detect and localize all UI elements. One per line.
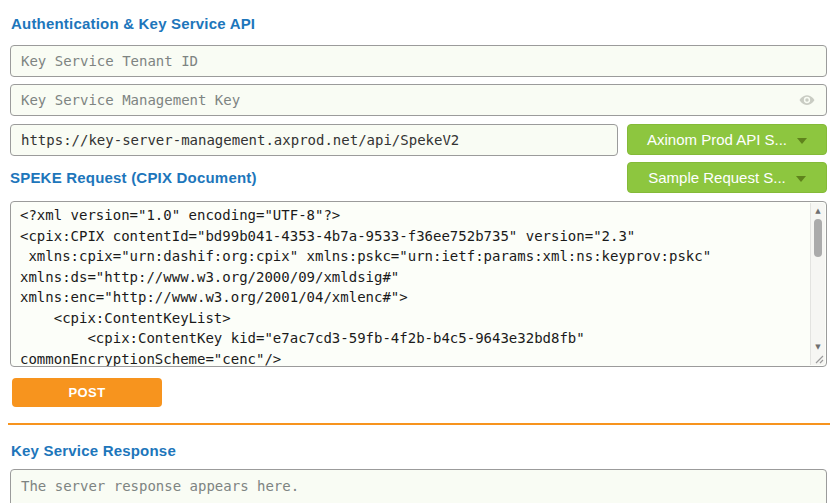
api-url-input[interactable] xyxy=(10,124,618,156)
speke-api-test-page: Authentication & Key Service API Axinom … xyxy=(0,14,839,503)
textarea-scrollbar[interactable]: ▲ ▼ xyxy=(810,203,825,365)
management-key-field-wrap xyxy=(10,84,827,116)
cpix-textarea-wrap: <?xml version="1.0" encoding="UTF-8"?> <… xyxy=(10,201,827,367)
section-divider xyxy=(8,423,830,425)
api-server-dropdown-button[interactable]: Axinom Prod API S... xyxy=(627,124,827,155)
post-button[interactable]: POST xyxy=(12,378,162,407)
chevron-down-icon xyxy=(797,138,807,144)
page-title: Authentication & Key Service API xyxy=(11,14,827,33)
request-heading-row: SPEKE Request (CPIX Document) Sample Req… xyxy=(10,162,827,193)
response-textarea[interactable] xyxy=(10,469,827,503)
eye-icon[interactable] xyxy=(798,91,816,109)
sample-request-dropdown-label: Sample Request S... xyxy=(648,169,786,186)
resize-grip-icon[interactable] xyxy=(814,354,824,364)
chevron-down-icon xyxy=(796,176,806,182)
api-server-dropdown-label: Axinom Prod API S... xyxy=(647,131,787,148)
request-section-title: SPEKE Request (CPIX Document) xyxy=(10,168,257,187)
scrollbar-thumb[interactable] xyxy=(814,219,822,257)
cpix-request-textarea[interactable]: <?xml version="1.0" encoding="UTF-8"?> <… xyxy=(10,201,827,367)
management-key-input[interactable] xyxy=(10,84,827,116)
tenant-id-input[interactable] xyxy=(10,45,827,77)
sample-request-dropdown-button[interactable]: Sample Request S... xyxy=(627,162,827,193)
scrollbar-up-arrow-icon[interactable]: ▲ xyxy=(811,205,825,217)
scrollbar-down-arrow-icon[interactable]: ▼ xyxy=(811,341,825,353)
api-url-row: Axinom Prod API S... xyxy=(10,124,827,156)
tenant-id-field-wrap xyxy=(10,45,827,77)
response-section-title: Key Service Response xyxy=(11,441,827,460)
